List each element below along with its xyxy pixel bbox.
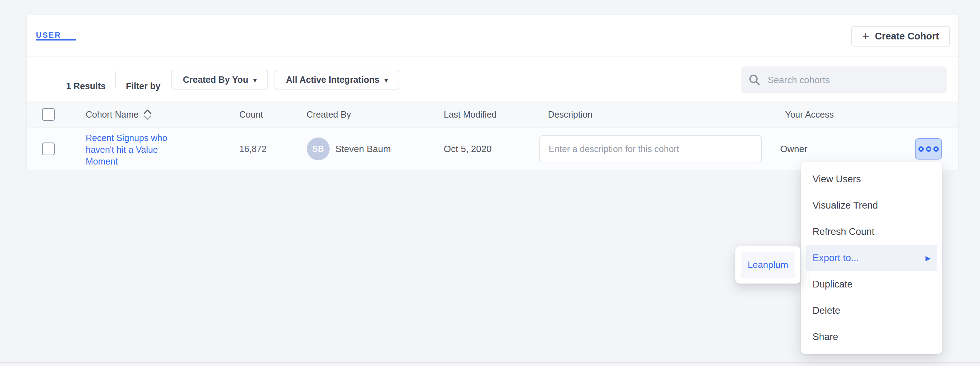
create-cohort-label: Create Cohort [875,31,939,42]
description-input[interactable] [539,135,762,162]
filter-bar: 1 Results Filter by Created By You ▾ All… [27,57,958,101]
row-actions-button[interactable] [915,138,942,160]
bottom-divider [0,362,980,363]
submenu-arrow-icon: ▶ [925,254,931,262]
tab-user-label: USER [36,30,61,40]
row-checkbox[interactable] [42,143,55,155]
menu-item-delete[interactable]: Delete [806,298,937,324]
search-input[interactable] [768,74,939,86]
menu-item-export-to-label: Export to... [813,253,859,264]
integrations-dropdown-label: All Active Integrations [286,74,379,85]
menu-item-export-to[interactable]: Export to... ▶ [806,245,937,271]
column-header-last-modified[interactable]: Last Modified [444,101,497,128]
submenu-item-leanplum[interactable]: Leanplum [741,252,795,278]
row-actions-menu: View Users Visualize Trend Refresh Count… [801,162,942,354]
cohort-name-link[interactable]: Recent Signups who haven't hit a Value M… [86,132,177,167]
menu-item-view-users[interactable]: View Users [806,166,937,192]
page-background: USER + Create Cohort 1 Results Filter by… [0,0,980,366]
more-options-icon [926,146,931,152]
chevron-down-icon: ▾ [384,76,388,84]
tab-active-underline [36,39,76,41]
column-header-count[interactable]: Count [239,101,263,128]
chevron-down-icon: ▾ [253,76,257,84]
menu-item-duplicate[interactable]: Duplicate [806,271,937,298]
created-by-cell: SB Steven Baum [307,128,391,170]
creator-name: Steven Baum [335,144,391,155]
last-modified-value: Oct 5, 2020 [444,128,492,170]
filter-by-label: Filter by [126,81,161,91]
table-header-row: Cohort Name Count Created By Last Modifi… [27,101,958,128]
menu-item-visualize-trend[interactable]: Visualize Trend [806,192,937,219]
cohort-count-value: 16,872 [239,128,266,170]
column-header-your-access[interactable]: Your Access [785,101,834,128]
sort-chevrons-icon [143,109,152,121]
menu-item-refresh-count[interactable]: Refresh Count [806,219,937,245]
menu-item-share[interactable]: Share [806,324,937,350]
integrations-dropdown[interactable]: All Active Integrations ▾ [275,70,399,90]
column-header-label: Cohort Name [86,109,139,120]
search-icon [749,74,760,86]
export-submenu: Leanplum [735,246,800,284]
select-all-checkbox[interactable] [42,108,55,121]
avatar: SB [307,138,329,160]
plus-icon: + [862,30,869,42]
column-header-created-by[interactable]: Created By [307,101,351,128]
column-header-description[interactable]: Description [548,101,592,128]
cohorts-card: USER + Create Cohort 1 Results Filter by… [26,14,959,170]
card-header: USER + Create Cohort [27,15,958,57]
created-by-dropdown-label: Created By You [183,74,248,85]
created-by-dropdown[interactable]: Created By You ▾ [172,70,268,90]
more-options-icon [934,146,939,152]
vertical-divider [115,71,116,88]
results-count: 1 Results [66,81,106,91]
create-cohort-button[interactable]: + Create Cohort [851,26,950,46]
search-box[interactable] [741,67,947,93]
column-header-cohort-name[interactable]: Cohort Name [86,101,152,128]
tab-user[interactable]: USER [36,30,61,40]
more-options-icon [918,146,924,152]
